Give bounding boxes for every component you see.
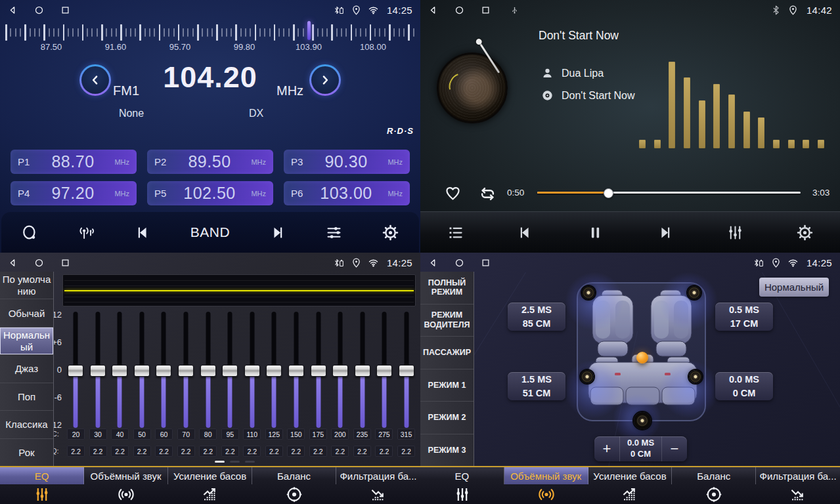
broadcast-seek-icon[interactable] <box>77 224 95 242</box>
preset-button[interactable]: P188.70MHz <box>11 150 137 174</box>
slider-knob[interactable] <box>376 365 392 377</box>
eq-band-slider[interactable] <box>244 312 261 428</box>
back-icon[interactable] <box>428 258 438 268</box>
slider-knob[interactable] <box>222 365 238 377</box>
slider-knob[interactable] <box>68 365 83 377</box>
q-value-box[interactable]: 2.2 <box>287 446 305 457</box>
recents-icon[interactable] <box>60 5 70 15</box>
pause-icon[interactable] <box>586 224 604 242</box>
settings-gear-icon[interactable] <box>796 224 814 242</box>
eq-band-slider[interactable] <box>310 312 327 428</box>
eq-preset-item[interactable]: Поп <box>0 383 53 411</box>
equalizer-icon[interactable] <box>325 224 343 242</box>
home-icon[interactable] <box>454 5 464 15</box>
listening-mode-item[interactable]: РЕЖИМ 1 <box>420 369 474 402</box>
eq-preset-item[interactable]: Джаз <box>0 355 53 383</box>
audio-tab[interactable]: Баланс <box>252 467 336 504</box>
home-icon[interactable] <box>454 258 464 268</box>
eq-band-slider[interactable] <box>221 312 238 428</box>
eq-preset-item[interactable]: Рок <box>0 439 53 466</box>
eq-band-slider[interactable] <box>111 312 128 428</box>
repeat-icon[interactable] <box>477 184 498 204</box>
fc-value-box[interactable]: 40 <box>111 429 129 440</box>
slider-knob[interactable] <box>355 365 370 377</box>
listening-mode-item[interactable]: РЕЖИМ 3 <box>420 434 474 467</box>
q-value-box[interactable]: 2.2 <box>397 446 415 457</box>
audio-tab[interactable]: EQ <box>0 467 84 504</box>
eq-band-slider[interactable] <box>376 312 393 428</box>
increase-delay-button[interactable]: + <box>594 436 619 461</box>
audio-tab[interactable]: Усиление басов <box>588 467 673 504</box>
delay-front-right-button[interactable]: 0.5 MS 17 CM <box>715 303 773 331</box>
audio-tab[interactable]: Объёмный звук <box>504 467 588 504</box>
eq-preset-item[interactable]: Обычай <box>0 299 53 327</box>
eq-band-slider[interactable] <box>155 312 172 428</box>
eq-band-slider[interactable] <box>398 312 415 428</box>
q-value-box[interactable]: 2.2 <box>353 446 371 457</box>
progress-bar[interactable] <box>537 192 801 194</box>
back-icon[interactable] <box>428 5 438 15</box>
fc-value-box[interactable]: 175 <box>309 429 327 440</box>
slider-knob[interactable] <box>288 365 304 377</box>
next-icon[interactable] <box>656 224 674 242</box>
recents-icon[interactable] <box>481 258 491 268</box>
recents-icon[interactable] <box>60 258 70 268</box>
fc-value-box[interactable]: 30 <box>89 429 107 440</box>
settings-gear-icon[interactable] <box>382 224 399 242</box>
fc-value-box[interactable]: 110 <box>243 429 261 440</box>
progress-knob[interactable] <box>604 188 613 198</box>
tune-down-button[interactable] <box>79 64 111 96</box>
slider-knob[interactable] <box>200 365 216 377</box>
audio-tab[interactable]: Объёмный звук <box>84 467 168 504</box>
preset-button[interactable]: P497.20MHz <box>11 181 137 205</box>
eq-band-slider[interactable] <box>200 312 217 428</box>
frequency-ruler[interactable] <box>5 24 415 41</box>
fc-value-box[interactable]: 200 <box>331 429 349 440</box>
slider-knob[interactable] <box>134 365 150 377</box>
sound-profile-button[interactable]: Нормальный <box>759 278 829 297</box>
q-value-box[interactable]: 2.2 <box>67 446 85 457</box>
fc-value-box[interactable]: 80 <box>199 429 217 440</box>
album-art-disc[interactable] <box>437 52 508 123</box>
home-icon[interactable] <box>34 258 44 268</box>
q-value-box[interactable]: 2.2 <box>177 446 195 457</box>
home-icon[interactable] <box>34 5 44 15</box>
delay-front-left-button[interactable]: 2.5 MS 85 CM <box>508 303 565 331</box>
band-button[interactable]: BAND <box>190 224 230 240</box>
previous-icon[interactable] <box>134 224 152 242</box>
q-value-box[interactable]: 2.2 <box>309 446 327 457</box>
fc-value-box[interactable]: 60 <box>155 429 173 440</box>
slider-knob[interactable] <box>266 365 282 377</box>
delay-rear-left-button[interactable]: 1.5 MS 51 CM <box>508 372 565 400</box>
q-value-box[interactable]: 2.2 <box>375 446 393 457</box>
q-value-box[interactable]: 2.2 <box>265 446 283 457</box>
q-value-box[interactable]: 2.2 <box>243 446 261 457</box>
equalizer-icon[interactable] <box>726 224 744 242</box>
audio-tab[interactable]: Фильтрация ба... <box>756 467 840 504</box>
recents-icon[interactable] <box>481 5 491 15</box>
fc-value-box[interactable]: 95 <box>221 429 239 440</box>
fc-value-box[interactable]: 235 <box>353 429 371 440</box>
fc-value-box[interactable]: 20 <box>67 429 85 440</box>
q-value-box[interactable]: 2.2 <box>89 446 107 457</box>
audio-tab[interactable]: Усиление басов <box>168 467 252 504</box>
eq-band-slider[interactable] <box>133 312 150 428</box>
previous-icon[interactable] <box>516 224 534 242</box>
eq-band-slider[interactable] <box>265 312 282 428</box>
listening-position-marker[interactable] <box>636 352 648 364</box>
scan-icon[interactable] <box>21 224 39 242</box>
listening-mode-item[interactable]: РЕЖИМ ВОДИТЕЛЯ <box>420 304 474 337</box>
slider-knob[interactable] <box>156 365 171 377</box>
eq-band-slider[interactable] <box>89 312 106 428</box>
tune-up-button[interactable] <box>309 64 341 96</box>
audio-tab[interactable]: Баланс <box>672 467 756 504</box>
q-value-box[interactable]: 2.2 <box>133 446 151 457</box>
slider-knob[interactable] <box>244 365 260 377</box>
fc-value-box[interactable]: 150 <box>287 429 305 440</box>
delay-rear-right-button[interactable]: 0.0 MS 0 CM <box>715 372 773 400</box>
q-value-box[interactable]: 2.2 <box>331 446 349 457</box>
eq-preset-item[interactable]: Классика <box>0 411 53 438</box>
slider-knob[interactable] <box>332 365 348 377</box>
decrease-delay-button[interactable]: − <box>662 436 687 461</box>
slider-knob[interactable] <box>90 365 106 377</box>
